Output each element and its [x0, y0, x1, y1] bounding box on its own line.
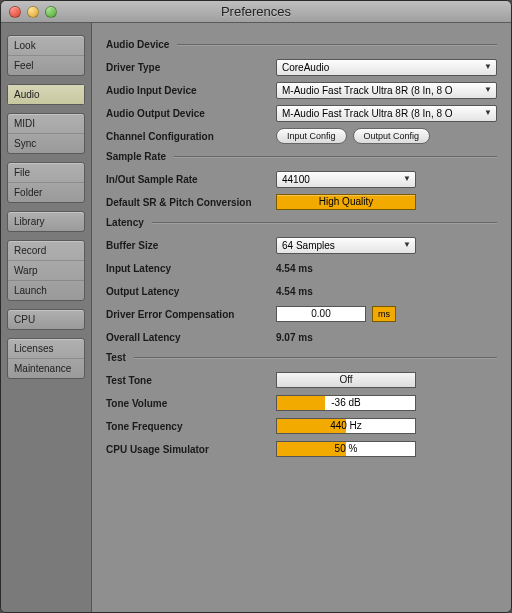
- sidebar-group: LookFeel: [7, 35, 85, 76]
- preferences-window: Preferences LookFeelAudioMIDISyncFileFol…: [0, 0, 512, 613]
- default-sr-button[interactable]: High Quality: [276, 194, 416, 210]
- overall-latency-label: Overall Latency: [106, 332, 276, 343]
- sidebar-group: FileFolder: [7, 162, 85, 203]
- output-config-button[interactable]: Output Config: [353, 128, 431, 144]
- cpu-sim-label: CPU Usage Simulator: [106, 444, 276, 455]
- overall-latency-value: 9.07 ms: [276, 332, 313, 343]
- audio-output-device-label: Audio Output Device: [106, 108, 276, 119]
- driver-error-comp-label: Driver Error Compensation: [106, 309, 276, 320]
- titlebar: Preferences: [1, 1, 511, 23]
- default-sr-label: Default SR & Pitch Conversion: [106, 197, 276, 208]
- content-panel: Audio Device Driver Type CoreAudio Audio…: [91, 23, 511, 612]
- tone-volume-slider[interactable]: -36 dB: [276, 395, 416, 411]
- test-tone-toggle[interactable]: Off: [276, 372, 416, 388]
- test-tone-label: Test Tone: [106, 375, 276, 386]
- sidebar-group: RecordWarpLaunch: [7, 240, 85, 301]
- sidebar-item-sync[interactable]: Sync: [8, 134, 84, 153]
- sidebar-item-cpu[interactable]: CPU: [8, 310, 84, 329]
- input-latency-label: Input Latency: [106, 263, 276, 274]
- input-config-button[interactable]: Input Config: [276, 128, 347, 144]
- sidebar-group: CPU: [7, 309, 85, 330]
- sample-rate-dropdown[interactable]: 44100: [276, 171, 416, 188]
- sidebar-item-warp[interactable]: Warp: [8, 261, 84, 281]
- buffer-size-label: Buffer Size: [106, 240, 276, 251]
- sidebar-item-audio[interactable]: Audio: [8, 85, 84, 104]
- sidebar: LookFeelAudioMIDISyncFileFolderLibraryRe…: [1, 23, 91, 612]
- output-latency-value: 4.54 ms: [276, 286, 313, 297]
- sidebar-item-folder[interactable]: Folder: [8, 183, 84, 202]
- section-sample-rate: Sample Rate: [106, 151, 497, 162]
- sidebar-item-licenses[interactable]: Licenses: [8, 339, 84, 359]
- audio-input-device-label: Audio Input Device: [106, 85, 276, 96]
- sidebar-group: MIDISync: [7, 113, 85, 154]
- sidebar-item-launch[interactable]: Launch: [8, 281, 84, 300]
- sidebar-item-file[interactable]: File: [8, 163, 84, 183]
- cpu-sim-slider[interactable]: 50 %: [276, 441, 416, 457]
- sidebar-item-record[interactable]: Record: [8, 241, 84, 261]
- sample-rate-label: In/Out Sample Rate: [106, 174, 276, 185]
- tone-frequency-slider[interactable]: 440 Hz: [276, 418, 416, 434]
- sidebar-item-feel[interactable]: Feel: [8, 56, 84, 75]
- section-audio-device: Audio Device: [106, 39, 497, 50]
- sidebar-group: Audio: [7, 84, 85, 105]
- channel-config-label: Channel Configuration: [106, 131, 276, 142]
- section-test: Test: [106, 352, 497, 363]
- sidebar-group: LicensesMaintenance: [7, 338, 85, 379]
- window-title: Preferences: [1, 4, 511, 19]
- sidebar-item-maintenance[interactable]: Maintenance: [8, 359, 84, 378]
- driver-type-dropdown[interactable]: CoreAudio: [276, 59, 497, 76]
- driver-error-comp-unit: ms: [372, 306, 396, 322]
- section-latency: Latency: [106, 217, 497, 228]
- audio-input-device-dropdown[interactable]: M-Audio Fast Track Ultra 8R (8 In, 8 O: [276, 82, 497, 99]
- input-latency-value: 4.54 ms: [276, 263, 313, 274]
- sidebar-item-midi[interactable]: MIDI: [8, 114, 84, 134]
- buffer-size-dropdown[interactable]: 64 Samples: [276, 237, 416, 254]
- audio-output-device-dropdown[interactable]: M-Audio Fast Track Ultra 8R (8 In, 8 O: [276, 105, 497, 122]
- sidebar-group: Library: [7, 211, 85, 232]
- output-latency-label: Output Latency: [106, 286, 276, 297]
- driver-type-label: Driver Type: [106, 62, 276, 73]
- sidebar-item-look[interactable]: Look: [8, 36, 84, 56]
- sidebar-item-library[interactable]: Library: [8, 212, 84, 231]
- driver-error-comp-input[interactable]: 0.00: [276, 306, 366, 322]
- tone-volume-label: Tone Volume: [106, 398, 276, 409]
- tone-frequency-label: Tone Frequency: [106, 421, 276, 432]
